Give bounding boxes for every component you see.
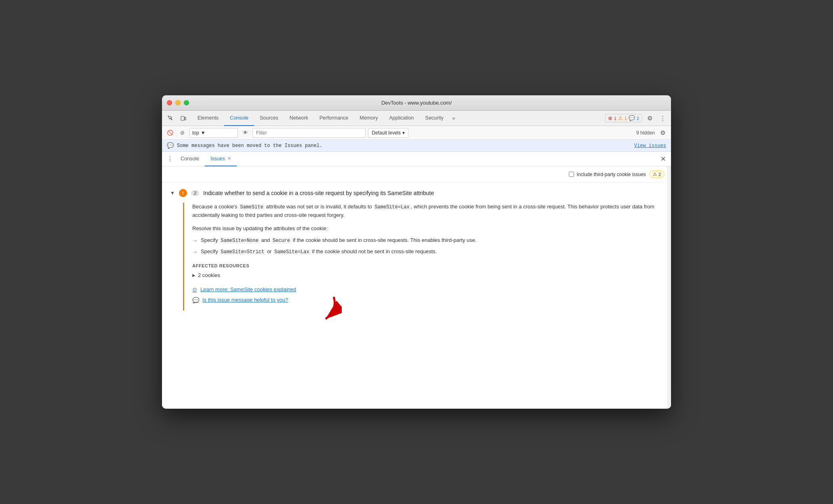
tab-memory[interactable]: Memory: [354, 111, 383, 126]
cookies-expand-icon: ▶: [192, 273, 196, 277]
settings-gear-button[interactable]: ⚙: [644, 113, 655, 124]
helpful-link[interactable]: 💬 Is this issue message helpful to you?: [192, 297, 663, 303]
view-issues-link[interactable]: View issues: [634, 143, 666, 149]
issue-warning-icon: !: [179, 189, 187, 197]
third-party-row: Include third-party cookie issues ⚠ 2: [162, 166, 671, 183]
info-count: 2: [637, 116, 639, 121]
issue-body: Because a cookie's SameSite attribute wa…: [183, 203, 663, 311]
nav-icons: [165, 113, 189, 124]
issue-container: ▼ ! 2 Indicate whether to send a cookie …: [162, 183, 671, 319]
filter-input[interactable]: [252, 128, 366, 138]
sub-tabs-more-button[interactable]: ⋮: [165, 154, 175, 164]
tab-elements[interactable]: Elements: [192, 111, 224, 126]
context-selector[interactable]: top ▼: [189, 128, 238, 138]
learn-more-label: Learn more: SameSite cookies explained: [200, 286, 296, 292]
cookies-label: 2 cookies: [198, 272, 220, 278]
minimize-button[interactable]: [175, 100, 181, 105]
issue-bullets: Specify SameSite=None and Secure if the …: [192, 236, 663, 256]
levels-selector[interactable]: Default levels ▾: [368, 128, 408, 138]
levels-label: Default levels: [372, 130, 401, 136]
issue-chevron-icon[interactable]: ▼: [170, 190, 175, 196]
issue-title: Indicate whether to send a cookie in a c…: [203, 190, 434, 196]
close-button[interactable]: [167, 100, 172, 105]
issue-links: ⊙ Learn more: SameSite cookies explained…: [192, 286, 663, 303]
tab-sources[interactable]: Sources: [254, 111, 284, 126]
helpful-icon: 💬: [192, 297, 199, 303]
sub-tab-console[interactable]: Console: [175, 152, 205, 166]
third-party-label: Include third-party cookie issues: [576, 172, 646, 177]
devtools-window: DevTools - www.youtube.com/ Elements Con…: [162, 95, 671, 409]
issue-header[interactable]: ▼ ! 2 Indicate whether to send a cookie …: [170, 189, 663, 197]
tab-network[interactable]: Network: [284, 111, 314, 126]
learn-more-link[interactable]: ⊙ Learn more: SameSite cookies explained: [192, 286, 663, 293]
tab-performance[interactable]: Performance: [314, 111, 354, 126]
sub-tab-issues-close[interactable]: ✕: [227, 156, 231, 161]
console-toolbar: 🚫 ⊘ top ▼ 👁 Default levels ▾ 9 hidden ⚙: [162, 126, 671, 140]
titlebar: DevTools - www.youtube.com/: [162, 95, 671, 111]
console-settings-button[interactable]: ⚙: [657, 128, 668, 138]
code-samesite-none: SameSite=None: [219, 237, 260, 244]
context-arrow: ▼: [201, 130, 206, 136]
affected-resources-title: AFFECTED RESOURCES: [192, 263, 663, 268]
issue-resolve-text: Resolve this issue by updating the attri…: [192, 225, 663, 231]
issue-count-badge: 2: [191, 190, 199, 196]
error-badge-group[interactable]: ⊗ 1 ⚠ 1 💬 2: [605, 114, 642, 122]
cookie-count-badge: ⚠ 2: [649, 170, 665, 178]
more-options-button[interactable]: ⋮: [657, 113, 668, 124]
code-secure: Secure: [271, 237, 291, 244]
banner-left: 💬 Some messages have been moved to the I…: [167, 142, 322, 149]
sub-tab-issues[interactable]: Issues ✕: [205, 152, 237, 166]
badge-count: 2: [658, 172, 661, 177]
error-count: 1: [614, 116, 616, 121]
warn-count: 1: [625, 116, 627, 121]
hidden-count-value: 9 hidden: [636, 130, 655, 136]
inspect-icon-button[interactable]: [165, 113, 176, 124]
tab-application[interactable]: Application: [383, 111, 419, 126]
window-title: DevTools - www.youtube.com/: [381, 100, 452, 106]
info-icon: 💬: [629, 115, 635, 121]
cookies-expand[interactable]: ▶ 2 cookies: [192, 272, 663, 278]
devtools-nav: Elements Console Sources Network Perform…: [162, 111, 671, 126]
badge-warn-icon: ⚠: [653, 172, 657, 177]
issue-bullet-2: Specify SameSite=Strict or SameSite=Lax …: [192, 248, 663, 256]
scrollbar[interactable]: [667, 166, 671, 409]
banner-message-icon: 💬: [167, 142, 174, 149]
code-samesite-strict: SameSite=Strict: [219, 249, 265, 255]
error-icon: ⊗: [608, 115, 612, 121]
sub-tabs-right: ✕: [658, 154, 668, 164]
sub-tabs-bar: ⋮ Console Issues ✕ ✕: [162, 152, 671, 166]
context-value: top: [192, 130, 199, 136]
traffic-lights: [167, 100, 189, 105]
issues-panel: Include third-party cookie issues ⚠ 2 ▼ …: [162, 166, 671, 409]
nav-right: ⊗ 1 ⚠ 1 💬 2 ⚙ ⋮: [605, 113, 668, 124]
issues-banner: 💬 Some messages have been moved to the I…: [162, 140, 671, 152]
learn-more-icon: ⊙: [192, 286, 197, 293]
banner-message: Some messages have been moved to the Iss…: [177, 143, 322, 149]
helpful-label: Is this issue message helpful to you?: [202, 297, 288, 303]
hidden-count-area: 9 hidden ⚙: [636, 128, 668, 138]
samesite-lax-code: SameSite=Lax: [373, 204, 410, 210]
issue-bullet-1: Specify SameSite=None and Secure if the …: [192, 236, 663, 245]
tab-console[interactable]: Console: [224, 111, 254, 126]
nav-tabs: Elements Console Sources Network Perform…: [192, 111, 605, 126]
code-samesite-lax: SameSite=Lax: [273, 249, 310, 255]
levels-arrow: ▾: [402, 130, 405, 136]
third-party-checkbox[interactable]: [569, 172, 574, 177]
warning-icon: ⚠: [618, 115, 623, 121]
svg-rect-1: [185, 117, 186, 120]
svg-rect-0: [181, 116, 184, 120]
filter-toggle-button[interactable]: ⊘: [177, 128, 187, 138]
maximize-button[interactable]: [184, 100, 189, 105]
third-party-checkbox-label[interactable]: Include third-party cookie issues: [569, 172, 646, 177]
eye-button[interactable]: 👁: [240, 128, 250, 138]
tab-security[interactable]: Security: [420, 111, 449, 126]
device-mode-icon-button[interactable]: [178, 113, 189, 124]
issue-description: Because a cookie's SameSite attribute wa…: [192, 203, 663, 220]
red-arrow-annotation: [305, 293, 342, 325]
samesite-attr-code: SameSite: [239, 204, 265, 210]
more-tabs-button[interactable]: »: [449, 111, 459, 126]
close-panel-button[interactable]: ✕: [658, 154, 668, 164]
clear-console-button[interactable]: 🚫: [165, 128, 175, 138]
